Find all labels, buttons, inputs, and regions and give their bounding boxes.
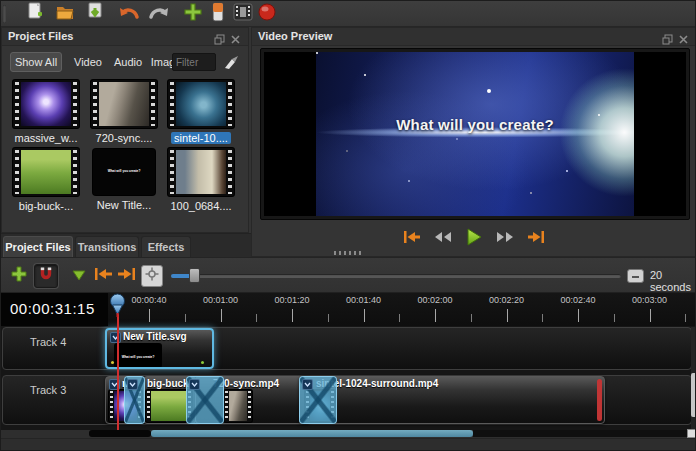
ruler-tick-minor bbox=[328, 314, 329, 322]
ruler-tick-major bbox=[149, 309, 150, 322]
preview-screen: What will you create? bbox=[264, 52, 686, 216]
clip-menu-chevron-icon[interactable] bbox=[110, 332, 121, 343]
animated-title-button[interactable] bbox=[232, 3, 254, 25]
ruler-tick-major bbox=[578, 309, 579, 322]
tab-effects[interactable]: Effects bbox=[141, 236, 191, 257]
open-project-icon bbox=[55, 2, 75, 26]
close-panel-icon[interactable] bbox=[678, 31, 690, 43]
clip-new-title[interactable]: New Title.svg What will you create? bbox=[105, 328, 214, 369]
horizontal-scrollbar-track-dark bbox=[473, 430, 687, 437]
fast-forward-button[interactable] bbox=[494, 229, 516, 245]
openshot-window: Project Files Show All Video Audio Image… bbox=[0, 0, 696, 451]
ruler-tick-major bbox=[650, 309, 651, 322]
ruler-tick-major bbox=[221, 309, 222, 322]
clear-filter-brush-icon[interactable] bbox=[223, 54, 239, 70]
project-files-title: Project Files bbox=[8, 30, 73, 42]
ruler-label: 00:02:40 bbox=[548, 295, 608, 305]
video-preview-header: Video Preview bbox=[252, 28, 696, 46]
zoom-slider-handle[interactable] bbox=[189, 268, 200, 283]
clip-label: 720-sync.mp4 bbox=[213, 378, 307, 389]
horizontal-scrollbar-thumb[interactable] bbox=[151, 430, 473, 437]
redo-button[interactable] bbox=[148, 3, 170, 25]
transition-menu-chevron-icon[interactable] bbox=[189, 379, 200, 390]
ruler-tick-minor bbox=[256, 314, 257, 322]
zoom-out-button[interactable] bbox=[627, 269, 644, 283]
video-thumbnail bbox=[13, 148, 79, 196]
filter-input[interactable] bbox=[172, 53, 216, 71]
previous-marker-button[interactable] bbox=[91, 264, 115, 288]
file-item-bedroom[interactable]: 100_0684.... bbox=[165, 148, 237, 214]
tab-project-files[interactable]: Project Files bbox=[3, 236, 73, 257]
title-thumbnail-text: What will you create? bbox=[93, 170, 155, 174]
close-panel-icon[interactable] bbox=[230, 31, 242, 43]
undo-button[interactable] bbox=[118, 3, 140, 25]
file-item-720sync[interactable]: 720-sync.... bbox=[88, 80, 160, 146]
play-button[interactable] bbox=[463, 229, 485, 245]
filter-audio-button[interactable]: Audio bbox=[108, 52, 148, 72]
choose-profile-button[interactable] bbox=[210, 3, 226, 25]
filter-show-all-button[interactable]: Show All bbox=[10, 52, 62, 72]
keyframe-dot-icon bbox=[111, 361, 114, 364]
save-project-icon bbox=[85, 2, 105, 26]
film-frame-icon bbox=[233, 3, 253, 25]
title-thumbnail: What will you create? bbox=[93, 149, 155, 195]
ruler-tick-minor bbox=[471, 314, 472, 322]
jump-to-start-button[interactable] bbox=[401, 229, 423, 245]
new-project-button[interactable] bbox=[24, 3, 46, 25]
current-time-value: 00:00:31:15 bbox=[10, 300, 95, 317]
project-files-header: Project Files bbox=[2, 28, 248, 46]
splitter-handle[interactable] bbox=[334, 251, 364, 255]
filter-video-button[interactable]: Video bbox=[68, 52, 108, 72]
snapping-toggle-button[interactable] bbox=[34, 264, 58, 288]
scrollbar-corner bbox=[687, 429, 696, 438]
jump-to-end-button[interactable] bbox=[525, 229, 547, 245]
video-thumbnail bbox=[168, 80, 234, 128]
zoom-slider[interactable] bbox=[171, 274, 621, 278]
file-item-sintel[interactable]: sintel-10.... bbox=[165, 80, 237, 146]
scrollbar-dark-segment bbox=[89, 430, 151, 437]
ruler-label: 00:01:20 bbox=[262, 295, 322, 305]
add-track-button[interactable] bbox=[7, 264, 31, 288]
center-playhead-icon bbox=[145, 267, 159, 285]
timeline-toolbar: 20 seconds bbox=[1, 257, 696, 293]
center-on-playhead-button[interactable] bbox=[141, 265, 163, 287]
previous-marker-icon bbox=[93, 267, 113, 285]
file-item-massive[interactable]: massive_w... bbox=[10, 80, 82, 146]
timeline-area: 00:00:4000:01:0000:01:2000:01:4000:02:00… bbox=[1, 293, 696, 438]
ruler-label: 00:02:20 bbox=[477, 295, 537, 305]
rewind-button[interactable] bbox=[432, 229, 454, 245]
toolbar-drag-handle[interactable] bbox=[3, 5, 6, 23]
video-thumbnail bbox=[13, 80, 79, 128]
arrow-tool-button[interactable] bbox=[67, 264, 91, 288]
magnet-icon bbox=[38, 266, 54, 286]
clip-thumbnail: What will you create? bbox=[115, 344, 161, 367]
dock-tab-bar: Project Files Transitions Effects bbox=[1, 233, 251, 257]
vertical-scrollbar-thumb[interactable] bbox=[691, 373, 696, 417]
video-preview-panel: Video Preview What will you create? bbox=[251, 27, 696, 257]
export-video-button[interactable] bbox=[256, 3, 278, 25]
float-panel-icon[interactable] bbox=[662, 31, 674, 43]
file-item-newtitle[interactable]: What will you create? New Title... bbox=[88, 148, 160, 213]
transition-menu-chevron-icon[interactable] bbox=[302, 379, 313, 390]
playhead-marker[interactable] bbox=[109, 293, 126, 321]
save-project-button[interactable] bbox=[84, 3, 106, 25]
project-files-panel: Project Files Show All Video Audio Image… bbox=[1, 27, 249, 233]
next-marker-button[interactable] bbox=[115, 264, 139, 288]
transition-2[interactable] bbox=[186, 376, 224, 424]
import-files-button[interactable] bbox=[182, 3, 204, 25]
transition-menu-chevron-icon[interactable] bbox=[127, 379, 138, 390]
transition-1[interactable] bbox=[124, 376, 145, 424]
file-item-bigbuck[interactable]: big-buck-... bbox=[10, 148, 82, 214]
preview-video-image: What will you create? bbox=[316, 52, 634, 216]
clip-sintel[interactable]: sintel-1024-surround.mp4 bbox=[299, 376, 605, 424]
float-panel-icon[interactable] bbox=[214, 31, 226, 43]
track-4-label: Track 4 bbox=[30, 336, 66, 348]
video-preview-title: Video Preview bbox=[258, 30, 332, 42]
stars-decoration bbox=[316, 52, 318, 54]
open-project-button[interactable] bbox=[54, 3, 76, 25]
zoom-scale-label: 20 seconds bbox=[650, 269, 696, 293]
ruler-label: 00:01:00 bbox=[191, 295, 251, 305]
tab-transitions[interactable]: Transitions bbox=[75, 236, 139, 257]
transition-3[interactable] bbox=[299, 376, 337, 424]
clip-trim-edge[interactable] bbox=[597, 379, 602, 421]
